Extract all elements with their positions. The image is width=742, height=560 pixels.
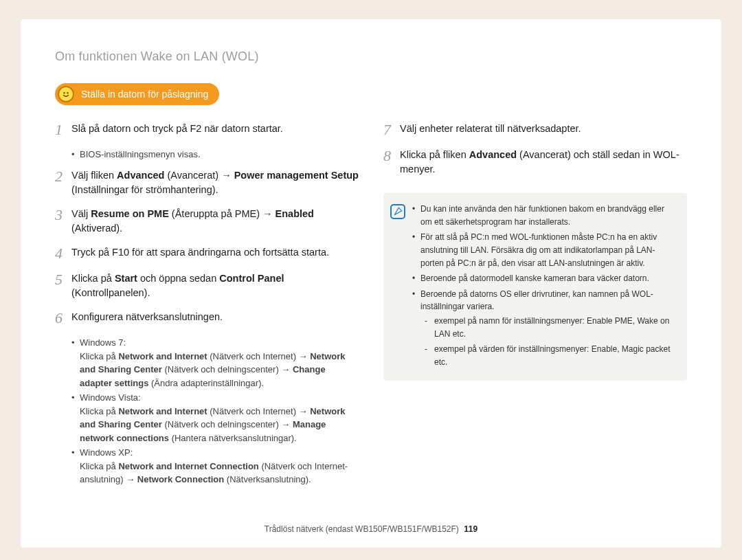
info-icon <box>390 204 405 219</box>
note-item: För att slå på PC:n med WOL-funktionen m… <box>412 231 675 269</box>
step-number: 7 <box>383 122 400 138</box>
step-5: 5 Klicka på Start och öppna sedan Contro… <box>55 271 359 300</box>
sub-winvista: Windows Vista: Klicka på Network and Int… <box>71 391 359 445</box>
sub-winxp: Windows XP: Klicka på Network and Intern… <box>71 446 359 486</box>
step-body: Klicka på fliken Advanced (Avancerat) oc… <box>400 148 687 177</box>
step-body: Välj Resume on PME (Återuppta på PME) → … <box>71 207 359 236</box>
step-4: 4 Tryck på F10 för att spara ändringarna… <box>55 245 359 262</box>
page-heading: Om funktionen Wake on LAN (WOL) <box>55 49 687 64</box>
step-8: 8 Klicka på fliken Advanced (Avancerat) … <box>383 148 687 177</box>
svg-point-1 <box>67 92 69 94</box>
left-column: 1 Slå på datorn och tryck på F2 när dato… <box>55 122 359 493</box>
step-body: Tryck på F10 för att spara ändringarna o… <box>71 245 359 260</box>
note-item: Beroende på datorns OS eller drivrutiner… <box>412 288 675 369</box>
step-3: 3 Välj Resume on PME (Återuppta på PME) … <box>55 207 359 236</box>
step-7: 7 Välj enheter relaterat till nätverksad… <box>383 122 687 138</box>
step-number: 4 <box>55 245 71 262</box>
step-number: 3 <box>55 207 71 223</box>
step-body: Välj enheter relaterat till nätverksadap… <box>400 122 687 136</box>
step-number: 6 <box>55 310 71 326</box>
step-6: 6 Konfigurera nätverksanslutningen. <box>55 310 359 326</box>
step-1-sub: BIOS-inställningsmenyn visas. <box>71 148 359 161</box>
note-box: Du kan inte använda den här funktionen b… <box>383 193 687 381</box>
footer: Trådlöst nätverk (endast WB150F/WB151F/W… <box>21 524 721 534</box>
note-sublist: exempel på namn för inställningsmenyer: … <box>420 315 675 368</box>
sub-item: BIOS-inställningsmenyn visas. <box>71 148 359 161</box>
step-number: 8 <box>383 148 400 164</box>
sub-win7: Windows 7: Klicka på Network and Interne… <box>71 336 359 390</box>
step-number: 1 <box>55 122 71 138</box>
page-canvas: Om funktionen Wake on LAN (WOL) Ställa i… <box>21 19 721 548</box>
step-body: Klicka på Start och öppna sedan Control … <box>71 271 359 300</box>
step-number: 5 <box>55 271 71 288</box>
footer-text: Trådlöst nätverk (endast WB150F/WB151F/W… <box>265 524 459 534</box>
page-number: 119 <box>464 524 477 534</box>
smiley-icon <box>58 86 74 102</box>
note-item: Du kan inte använda den här funktionen b… <box>412 203 675 228</box>
note-subitem: exempel på namn för inställningsmenyer: … <box>425 315 675 340</box>
step-body: Konfigurera nätverksanslutningen. <box>71 310 359 324</box>
note-item: Beroende på datormodell kanske kameran b… <box>412 272 675 285</box>
step-1: 1 Slå på datorn och tryck på F2 när dato… <box>55 122 359 138</box>
step-2: 2 Välj fliken Advanced (Avancerat) → Pow… <box>55 168 359 197</box>
step-body: Välj fliken Advanced (Avancerat) → Power… <box>71 168 359 197</box>
right-column: 7 Välj enheter relaterat till nätverksad… <box>383 122 687 493</box>
note-list: Du kan inte använda den här funktionen b… <box>412 203 675 371</box>
badge-label: Ställa in datorn för påslagning <box>81 89 208 100</box>
svg-point-0 <box>63 92 65 94</box>
content-columns: 1 Slå på datorn och tryck på F2 när dato… <box>55 122 687 493</box>
step-body: Slå på datorn och tryck på F2 när datorn… <box>71 122 359 136</box>
note-subitem: exempel på värden för inställningsmenyer… <box>425 343 675 368</box>
section-badge: Ställa in datorn för påslagning <box>55 83 219 105</box>
step-6-sub: Windows 7: Klicka på Network and Interne… <box>71 336 359 486</box>
step-number: 2 <box>55 168 71 185</box>
